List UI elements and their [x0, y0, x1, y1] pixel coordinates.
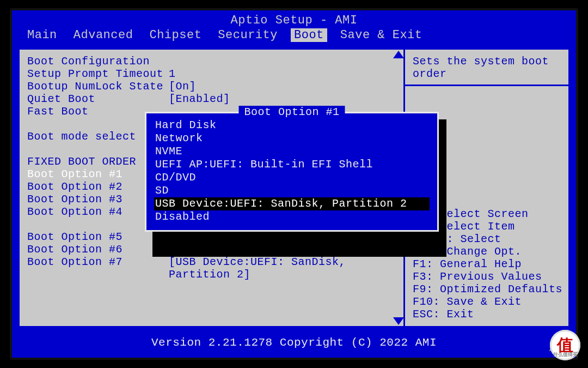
boot-option-row[interactable]: Boot Option #7[USB Device:UEFI: SanDisk,… [27, 256, 396, 281]
popup-option[interactable]: Hard Disk [154, 119, 430, 132]
popup-title-text: Boot Option #1 [244, 106, 339, 118]
help-key-line: F10: Save & Exit [413, 295, 561, 308]
tab-main[interactable]: Main [24, 28, 60, 42]
boot-option-value: [USB Device:UEFI: SanDisk, Partition 2] [169, 256, 396, 281]
config-value: 1 [169, 68, 396, 80]
config-label: Bootup NumLock State [27, 80, 169, 93]
popup-option[interactable]: USB Device:UEFI: SanDisk, Partition 2 [154, 197, 430, 210]
scroll-up-icon[interactable] [393, 51, 404, 58]
config-value: [On] [169, 80, 396, 93]
help-key-line: F1: General Help [413, 258, 561, 270]
boot-option-label: Boot Option #7 [27, 256, 169, 281]
boot-option-popup: Boot Option #1 Hard DiskNetworkNVMEUEFI … [145, 112, 439, 232]
config-row[interactable]: Bootup NumLock State[On] [27, 80, 396, 93]
version-string: Version 2.21.1278 Copyright (C) 2022 AMI [151, 336, 437, 349]
help-divider [405, 85, 568, 86]
boot-option-label: Boot Option #5 [27, 231, 169, 243]
watermark-sub: 什么值得买 [553, 351, 578, 358]
tab-boot[interactable]: Boot [291, 28, 327, 42]
bios-title: Aptio Setup - AMI [12, 10, 576, 28]
popup-option[interactable]: UEFI AP:UEFI: Built-in EFI Shell [154, 158, 430, 171]
tab-advanced[interactable]: Advanced [70, 28, 137, 42]
tab-security[interactable]: Security [215, 28, 281, 42]
config-row[interactable]: Setup Prompt Timeout1 [27, 68, 396, 80]
popup-option[interactable]: CD/DVD [154, 171, 430, 184]
tab-chipset[interactable]: Chipset [146, 28, 205, 42]
help-key-line: F9: Optimized Defaults [413, 283, 561, 295]
bios-tabs: MainAdvancedChipsetSecurityBootSave & Ex… [12, 28, 576, 44]
watermark-badge: 值 什么值得买 [550, 330, 580, 360]
bios-screen: Aptio Setup - AMI MainAdvancedChipsetSec… [10, 8, 578, 360]
boot-config-header: Boot Configuration [27, 55, 396, 68]
scroll-down-icon[interactable] [393, 317, 404, 325]
popup-option[interactable]: NVME [154, 145, 430, 158]
popup-title: Boot Option #1 [238, 106, 345, 119]
help-key-line: ESC: Exit [413, 308, 561, 321]
boot-option-label: Boot Option #6 [27, 243, 169, 256]
tab-save-exit[interactable]: Save & Exit [337, 28, 426, 42]
popup-option[interactable]: Network [154, 132, 430, 145]
bios-footer: Version 2.21.1278 Copyright (C) 2022 AMI… [12, 329, 576, 358]
help-key-line: F3: Previous Values [413, 270, 561, 283]
popup-option[interactable]: Disabled [154, 210, 430, 224]
config-value: [Enabled] [169, 93, 396, 105]
popup-option[interactable]: SD [154, 184, 430, 197]
context-help: Sets the system boot order [413, 55, 561, 80]
config-label: Setup Prompt Timeout [27, 68, 169, 80]
config-row[interactable]: Quiet Boot[Enabled] [27, 93, 396, 105]
config-label: Quiet Boot [27, 93, 169, 105]
